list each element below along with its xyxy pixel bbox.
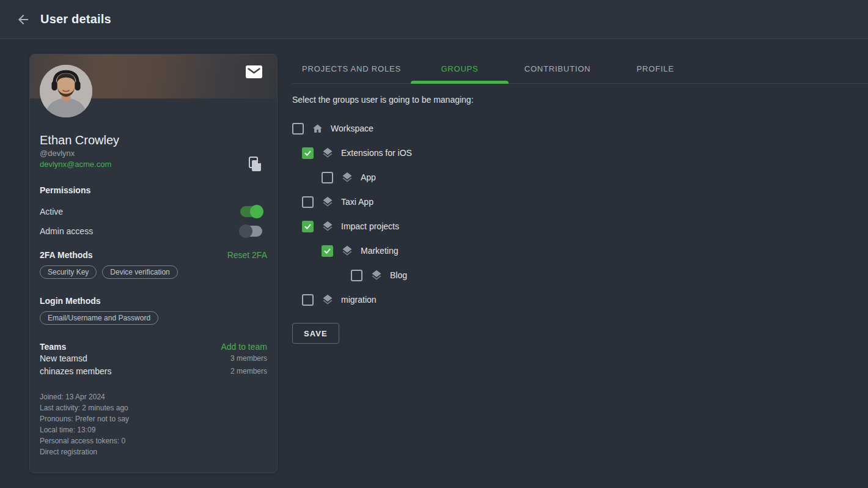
group-label: Impact projects: [341, 221, 399, 231]
meta-line: Pronouns: Prefer not to say: [40, 413, 267, 424]
top-bar: User details: [0, 0, 868, 39]
group-row-blog: Blog: [292, 263, 412, 287]
avatar: [40, 65, 92, 117]
teams-list: New teamsd 3 members chinazes members 2 …: [40, 352, 267, 377]
arrow-left-icon: [16, 12, 31, 27]
back-button[interactable]: [15, 11, 32, 28]
reset-2fa-link[interactable]: Reset 2FA: [227, 250, 267, 260]
user-handle: @devlynx: [40, 148, 267, 159]
method-chip: Email/Username and Password: [40, 311, 158, 325]
group-checkbox[interactable]: [302, 221, 314, 232]
tab-label: GROUPS: [441, 64, 478, 73]
user-email[interactable]: devlynx@acme.com: [40, 159, 267, 170]
copy-email-button[interactable]: [249, 157, 262, 175]
group-checkbox[interactable]: [302, 196, 314, 208]
tab-contribution[interactable]: CONTRIBUTION: [509, 54, 606, 83]
group-row-extensions-for-ios: Extensions for iOS: [292, 141, 412, 165]
twofa-chips: Security Key Device verification: [40, 265, 267, 279]
group-label: App: [361, 172, 376, 182]
envelope-icon: [246, 65, 262, 78]
team-row: chinazes members 2 members: [40, 364, 267, 377]
tab-projects-and-roles[interactable]: PROJECTS AND ROLES: [292, 54, 411, 83]
user-meta: Joined: 13 Apr 2024Last activity: 2 minu…: [40, 391, 267, 457]
page-title: User details: [40, 12, 111, 26]
checkmark-icon: [323, 247, 331, 255]
tab-label: PROJECTS AND ROLES: [302, 64, 401, 73]
method-chip: Security Key: [40, 265, 97, 279]
group-row-taxi-app: Taxi App: [292, 190, 412, 214]
checkmark-icon: [304, 149, 312, 157]
permission-row: Admin access: [40, 224, 267, 238]
toggle-admin-access[interactable]: [240, 226, 262, 237]
meta-line: Joined: 13 Apr 2024: [40, 391, 267, 402]
add-to-team-link[interactable]: Add to team: [221, 342, 268, 352]
meta-line: Direct registration: [40, 446, 267, 457]
permission-label: Active: [40, 207, 63, 216]
teams-heading: Teams: [40, 342, 66, 352]
toggle-active[interactable]: [240, 206, 262, 217]
group-row-impact-projects: Impact projects: [292, 214, 412, 238]
checkmark-icon: [304, 223, 312, 231]
toggle-knob: [239, 224, 252, 238]
layers-icon: [341, 171, 353, 183]
group-label: Taxi App: [341, 197, 373, 207]
tab-label: PROFILE: [636, 64, 674, 73]
group-row-migration: migration: [292, 287, 412, 312]
group-checkbox[interactable]: [351, 270, 362, 281]
group-checkbox[interactable]: [322, 245, 333, 257]
layers-icon: [370, 269, 383, 281]
login-chips: Email/Username and Password: [40, 311, 267, 325]
permissions-heading: Permissions: [40, 185, 267, 195]
save-button[interactable]: SAVE: [292, 323, 339, 344]
team-member-count: 2 members: [230, 367, 267, 375]
team-member-count: 3 members: [230, 354, 267, 363]
permissions-list: Active Admin access: [40, 204, 267, 238]
team-name: chinazes members: [40, 366, 112, 376]
send-email-button[interactable]: [246, 65, 262, 81]
group-row-app: App: [292, 165, 412, 190]
tab-profile[interactable]: PROFILE: [606, 54, 704, 83]
copy-pages-icon: [249, 157, 262, 172]
group-label: Extensions for iOS: [341, 148, 412, 158]
method-chip: Device verification: [102, 265, 177, 279]
groups-prompt: Select the groups user is going to be ma…: [292, 95, 474, 105]
twofa-heading: 2FA Methods: [40, 250, 93, 260]
toggle-knob: [250, 205, 263, 218]
group-label: migration: [341, 295, 377, 305]
group-row-workspace: Workspace: [292, 116, 412, 141]
profile-card: Ethan Crowley @devlynx devlynx@acme.com …: [29, 54, 278, 473]
group-label: Blog: [390, 270, 407, 280]
team-row: New teamsd 3 members: [40, 352, 267, 364]
group-checkbox[interactable]: [322, 172, 333, 183]
group-label: Workspace: [331, 124, 373, 133]
user-name: Ethan Crowley: [40, 132, 267, 148]
home-icon: [312, 123, 323, 135]
group-checkbox[interactable]: [302, 294, 314, 306]
login-methods-heading: Login Methods: [40, 296, 267, 306]
layers-icon: [322, 147, 334, 159]
meta-line: Local time: 13:09: [40, 424, 267, 435]
group-row-marketing: Marketing: [292, 238, 412, 263]
tab-groups[interactable]: GROUPS: [411, 54, 509, 83]
meta-line: Last activity: 2 minutes ago: [40, 402, 267, 413]
group-checkbox[interactable]: [292, 123, 304, 135]
permission-row: Active: [40, 204, 267, 219]
layers-icon: [322, 196, 334, 208]
team-name: New teamsd: [40, 353, 87, 363]
groups-tree: Workspace Extensions for iOS: [292, 116, 412, 312]
tab-bar: PROJECTS AND ROLES GROUPS CONTRIBUTION P…: [292, 54, 868, 84]
group-checkbox[interactable]: [302, 147, 314, 159]
group-label: Marketing: [361, 246, 398, 256]
meta-line: Personal access tokens: 0: [40, 435, 267, 446]
permission-label: Admin access: [40, 226, 93, 236]
layers-icon: [322, 220, 334, 232]
layers-icon: [341, 245, 353, 257]
tab-label: CONTRIBUTION: [524, 64, 591, 73]
layers-icon: [322, 294, 334, 306]
